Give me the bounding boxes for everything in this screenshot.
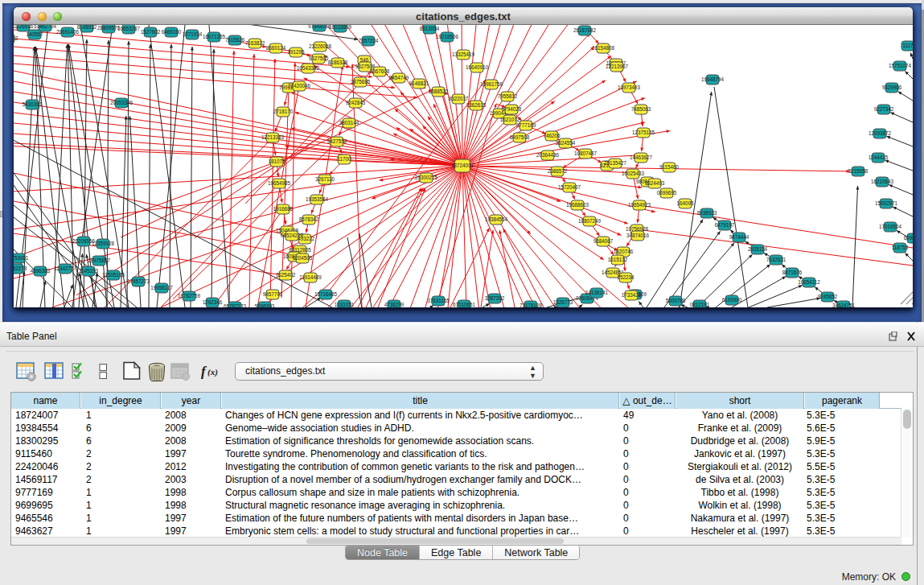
svg-text:1615132: 1615132 — [608, 257, 628, 262]
svg-text:1292346: 1292346 — [203, 299, 223, 305]
svg-text:12213383: 12213383 — [261, 134, 285, 140]
svg-text:20364436: 20364436 — [536, 152, 560, 158]
svg-text:1916685: 1916685 — [273, 206, 294, 212]
svg-text:8148932: 8148932 — [77, 25, 97, 30]
svg-text:9242845: 9242845 — [346, 100, 366, 105]
svg-text:0812191: 0812191 — [690, 302, 710, 307]
svg-text:1824493: 1824493 — [645, 180, 665, 186]
svg-text:19648794: 19648794 — [701, 76, 725, 82]
svg-text:8578342: 8578342 — [299, 216, 319, 222]
svg-text:1753061: 1753061 — [14, 255, 29, 261]
svg-text:1527602: 1527602 — [141, 29, 161, 35]
svg-text:10807487: 10807487 — [574, 150, 598, 156]
svg-text:1326773: 1326773 — [553, 299, 573, 305]
svg-text:7625402: 7625402 — [276, 272, 296, 278]
svg-text:12359928: 12359928 — [92, 241, 115, 246]
svg-text:164095: 164095 — [676, 200, 694, 206]
svg-text:9227342: 9227342 — [874, 106, 894, 112]
svg-text:7485063: 7485063 — [631, 106, 651, 112]
svg-text:252234: 252234 — [617, 274, 634, 280]
svg-text:9427552: 9427552 — [327, 138, 347, 144]
svg-text:19384554: 19384554 — [485, 216, 508, 222]
svg-text:16640910: 16640910 — [466, 64, 489, 70]
svg-text:10025433: 10025433 — [622, 171, 645, 176]
svg-text:1117: 1117 — [902, 43, 913, 48]
svg-text:8322017: 8322017 — [449, 96, 469, 101]
svg-text:3158692: 3158692 — [14, 35, 18, 41]
svg-text:7515526: 7515526 — [225, 37, 245, 43]
svg-text:140557: 140557 — [26, 31, 43, 37]
svg-text:118753: 118753 — [892, 245, 909, 250]
svg-text:1145193: 1145193 — [79, 268, 99, 274]
svg-text:1031051: 1031051 — [335, 302, 355, 307]
svg-text:20053346: 20053346 — [110, 100, 133, 105]
svg-text:1820746: 1820746 — [614, 249, 634, 254]
svg-text:19654923: 19654923 — [628, 202, 651, 208]
svg-text:1588520: 1588520 — [429, 89, 449, 94]
svg-text:16671355: 16671355 — [203, 34, 226, 39]
svg-text:2718170: 2718170 — [273, 109, 294, 114]
svg-text:3267110: 3267110 — [315, 176, 335, 182]
svg-text:11700: 11700 — [337, 156, 351, 162]
svg-text:97848018: 97848018 — [308, 25, 331, 29]
svg-text:8660124: 8660124 — [266, 45, 286, 51]
svg-text:8938923: 8938923 — [697, 210, 717, 216]
svg-text:12505195: 12505195 — [102, 272, 125, 278]
svg-text:5009788: 5009788 — [666, 298, 686, 303]
svg-text:20691406: 20691406 — [56, 29, 80, 35]
svg-text:19654985: 19654985 — [268, 180, 291, 186]
svg-text:10543382: 10543382 — [297, 65, 320, 71]
svg-text:1362615: 1362615 — [466, 102, 487, 108]
svg-text:6998543: 6998543 — [904, 235, 913, 241]
svg-text:4738299: 4738299 — [384, 302, 405, 307]
svg-text:1244415: 1244415 — [869, 154, 889, 160]
svg-text:18807249: 18807249 — [578, 218, 602, 224]
svg-text:19975857: 19975857 — [88, 257, 111, 263]
svg-text:6466160: 6466160 — [162, 29, 182, 35]
svg-text:181075: 181075 — [268, 159, 285, 164]
svg-text:51462704: 51462704 — [34, 25, 57, 29]
svg-text:10961758: 10961758 — [480, 81, 503, 87]
svg-text:11914489: 11914489 — [299, 274, 322, 280]
svg-text:73178108: 73178108 — [519, 303, 543, 307]
svg-text:5098393: 5098393 — [255, 303, 275, 307]
svg-text:34624751: 34624751 — [832, 303, 856, 307]
svg-text:6479197: 6479197 — [715, 222, 735, 228]
svg-text:3824554: 3824554 — [556, 140, 576, 146]
svg-text:15716485: 15716485 — [314, 291, 338, 297]
svg-text:1071914: 1071914 — [183, 31, 203, 37]
svg-text:9457791: 9457791 — [263, 291, 283, 297]
svg-text:0699695: 0699695 — [657, 190, 677, 196]
svg-text:65787133: 65787133 — [224, 303, 247, 307]
svg-text:12342757: 12342757 — [54, 266, 77, 271]
svg-text:6794028: 6794028 — [502, 106, 522, 112]
svg-text:8813054: 8813054 — [420, 26, 440, 31]
svg-text:2935114: 2935114 — [748, 246, 768, 252]
svg-text:(x): (x) — [207, 367, 218, 377]
svg-text:14463627: 14463627 — [630, 154, 653, 160]
svg-text:17957273: 17957273 — [127, 278, 150, 284]
svg-text:9474444: 9474444 — [729, 234, 749, 240]
svg-text:9684067: 9684067 — [593, 238, 614, 244]
svg-text:19353584: 19353584 — [306, 196, 329, 202]
svg-text:34874016: 34874016 — [626, 233, 650, 238]
svg-text:1621072: 1621072 — [500, 117, 520, 122]
svg-text:9777169: 9777169 — [516, 122, 536, 128]
svg-text:7163822: 7163822 — [245, 40, 265, 46]
svg-text:22420046: 22420046 — [288, 83, 311, 89]
svg-text:746206: 746206 — [543, 133, 561, 138]
svg-text:26187682: 26187682 — [573, 27, 597, 33]
svg-text:15751074: 15751074 — [889, 63, 912, 68]
svg-text:9329966: 9329966 — [882, 84, 902, 90]
svg-text:7955812: 7955812 — [498, 93, 518, 99]
svg-text:6204505: 6204505 — [293, 255, 313, 261]
svg-text:12093872: 12093872 — [869, 130, 892, 136]
svg-text:19958117: 19958117 — [150, 285, 173, 290]
svg-text:16033809: 16033809 — [329, 25, 352, 30]
svg-text:391295: 391295 — [287, 49, 305, 55]
svg-text:17016504: 17016504 — [879, 224, 902, 229]
svg-text:10688603: 10688603 — [566, 202, 589, 208]
svg-text:12213967: 12213967 — [606, 64, 629, 69]
svg-text:23226058: 23226058 — [309, 43, 332, 49]
svg-text:9146821: 9146821 — [409, 80, 429, 86]
